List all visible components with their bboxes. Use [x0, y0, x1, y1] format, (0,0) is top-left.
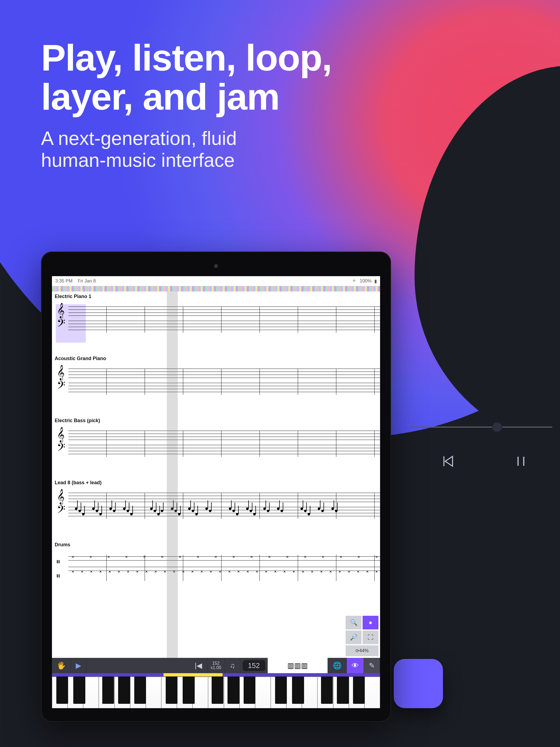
zoom-out-button[interactable]: 🔎: [346, 630, 361, 644]
plus-icon: 🔍: [350, 619, 357, 626]
globe-button[interactable]: 🌐: [328, 658, 347, 673]
instrument-keyboard-button[interactable]: ▥▥▥: [268, 658, 328, 673]
track-lead8[interactable]: Lead 8 (bass + lead) 𝄞𝄢: [52, 478, 380, 521]
headline: Play, listen, loop, layer, and jam: [41, 38, 332, 117]
status-left: 3:35 PM Fri Jan 8: [55, 278, 96, 284]
black-key[interactable]: [228, 676, 239, 704]
fullscreen-icon: ⛶: [367, 634, 374, 641]
black-key[interactable]: [56, 676, 68, 704]
pencil-icon: ✎: [369, 662, 375, 670]
promo-previous-button[interactable]: [440, 454, 455, 469]
track-label: Electric Bass (pick): [55, 418, 380, 423]
rewind-icon: |◀: [195, 662, 202, 670]
tempo-mult: x1.00: [210, 666, 221, 670]
black-key[interactable]: [73, 676, 85, 704]
subhead-line2: human-music interface: [41, 150, 235, 171]
battery-icon: ▮: [374, 278, 377, 284]
drum-staff[interactable]: 𝄥𝄥 ✕✕✕✕✕✕✕✕✕✕✕✕✕✕✕✕✕✕ ✕✕✕✕✕✕✕✕✕✕✕✕✕✕✕✕✕✕…: [56, 552, 380, 583]
minus-icon: 🔎: [350, 634, 357, 641]
zoom-in-button[interactable]: 🔍: [346, 616, 361, 629]
treble-clef-icon: 𝄞: [57, 428, 65, 442]
globe-icon: 🌐: [333, 662, 341, 670]
bpm-value: 152: [248, 662, 260, 670]
clefs: 𝄞𝄢: [57, 428, 65, 456]
promo-pause-button[interactable]: [514, 454, 528, 469]
clefs: 𝄞𝄢: [57, 365, 65, 394]
percussion-clef-icon: 𝄥𝄥: [57, 555, 59, 583]
fullscreen-button[interactable]: ⛶: [362, 630, 378, 644]
status-time: 3:35 PM: [55, 278, 73, 284]
zoom-tool-cluster: 🔍 ● 🔎 ⛶ ⟳ 44%: [346, 616, 378, 656]
black-key[interactable]: [212, 676, 223, 704]
track-electric-piano[interactable]: Electric Piano 1 𝄞𝄢: [52, 291, 380, 334]
piano-icon: ▥▥▥: [287, 662, 308, 670]
playhead[interactable]: [167, 291, 178, 658]
battery-label: 100%: [360, 278, 372, 284]
black-key[interactable]: [353, 676, 365, 704]
black-key[interactable]: [166, 676, 177, 704]
black-key[interactable]: [244, 676, 255, 704]
wifi-icon: ᯤ: [353, 278, 357, 284]
piano-keyboard[interactable]: ABCDEFGABCDEFGABCDEFG: [52, 676, 380, 708]
treble-clef-icon: 𝄞: [57, 303, 65, 317]
treble-clef-icon: 𝄞: [57, 365, 65, 380]
record-button[interactable]: ●: [362, 616, 378, 629]
rewind-button[interactable]: |◀: [190, 658, 207, 673]
play-icon: ▶: [76, 662, 81, 670]
transport-toolbar: 🖐 ▶ |◀ 152 x1.00 ♫ 152 ▥▥▥ 🌐 👁 ✎: [52, 658, 380, 673]
promo-progress-slider[interactable]: [410, 427, 552, 428]
tempo-display[interactable]: 152 x1.00: [207, 658, 225, 673]
play-button[interactable]: ▶: [71, 658, 86, 673]
track-label: Acoustic Grand Piano: [55, 356, 380, 361]
metronome-icon: ♫: [230, 662, 235, 670]
treble-clef-icon: 𝄞: [57, 489, 65, 504]
staff[interactable]: 𝄞𝄢: [56, 366, 380, 396]
bass-clef-icon: 𝄢: [57, 442, 65, 456]
measure-ruler[interactable]: [52, 286, 380, 291]
tablet-camera: [214, 264, 218, 268]
drum-hits-row2: ✕✕✕✕✕✕✕✕✕✕✕✕✕✕✕✕✕✕✕✕✕✕✕✕✕✕✕✕✕✕✕✕✕✕: [72, 569, 378, 574]
black-key[interactable]: [337, 676, 349, 704]
black-key[interactable]: [183, 676, 195, 704]
bass-clef-icon: 𝄢: [57, 380, 65, 394]
track-label: Lead 8 (bass + lead): [55, 480, 380, 486]
black-key[interactable]: [102, 676, 114, 704]
staff[interactable]: 𝄞𝄢: [56, 491, 380, 521]
promo-slider-knob[interactable]: [493, 423, 502, 432]
hand-tool-button[interactable]: 🖐: [52, 658, 71, 673]
black-key[interactable]: [118, 676, 130, 704]
barlines: [68, 307, 380, 333]
song-progress-strip[interactable]: [52, 673, 380, 676]
app-screen: 3:35 PM Fri Jan 8 ᯤ 100% ▮ 369 Electric …: [52, 276, 380, 708]
zoom-percent[interactable]: ⟳ 44%: [346, 645, 378, 656]
status-date: Fri Jan 8: [78, 278, 96, 284]
black-key[interactable]: [134, 676, 146, 704]
track-label: Drums: [55, 542, 380, 548]
status-right: ᯤ 100% ▮: [353, 278, 377, 284]
headline-line1: Play, listen, loop,: [41, 37, 332, 78]
tablet-frame: 3:35 PM Fri Jan 8 ᯤ 100% ▮ 369 Electric …: [41, 252, 391, 722]
headline-line2: layer, and jam: [41, 76, 279, 118]
staff[interactable]: 𝄞𝄢: [56, 304, 380, 334]
hand-icon: 🖐: [57, 662, 66, 670]
track-electric-bass[interactable]: Electric Bass (pick) 𝄞𝄢: [52, 416, 380, 459]
black-key[interactable]: [292, 676, 304, 704]
track-drums[interactable]: Drums 𝄥𝄥 ✕✕✕✕✕✕✕✕✕✕✕✕✕✕✕✕✕✕ ✕✕✕✕✕✕✕✕✕✕✕✕…: [52, 540, 380, 583]
black-key[interactable]: [321, 676, 333, 704]
view-button[interactable]: 👁: [347, 658, 364, 673]
bass-clef-icon: 𝄢: [57, 504, 65, 518]
promo-purple-card: [394, 659, 443, 708]
track-acoustic-piano[interactable]: Acoustic Grand Piano 𝄞𝄢: [52, 354, 380, 396]
staff[interactable]: 𝄞𝄢: [56, 429, 380, 459]
drum-hits-row1: ✕✕✕✕✕✕✕✕✕✕✕✕✕✕✕✕✕✕: [72, 554, 378, 559]
clefs: 𝄞𝄢: [57, 489, 65, 518]
clefs: 𝄞𝄢: [57, 303, 65, 332]
black-key[interactable]: [275, 676, 287, 704]
score-area[interactable]: Electric Piano 1 𝄞𝄢 Acoustic Grand Piano…: [52, 291, 380, 658]
bpm-display[interactable]: 152: [243, 660, 265, 671]
zoom-value: 44%: [359, 648, 368, 653]
refresh-icon: ⟳: [355, 648, 359, 654]
metronome-button[interactable]: ♫: [225, 658, 240, 673]
subheadline: A next-generation, fluid human-music int…: [41, 127, 332, 172]
edit-button[interactable]: ✎: [364, 658, 380, 673]
